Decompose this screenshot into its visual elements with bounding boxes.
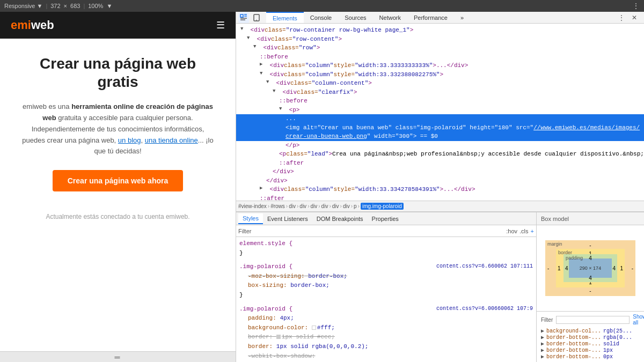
expand-arrow[interactable]: ▼	[253, 43, 260, 51]
html-img-line[interactable]: <img alt="Crear una buena web" class="im…	[236, 123, 644, 141]
style-prop: border: 1px solid rgba(0,0,0,0.2);	[239, 342, 533, 352]
tab-performance[interactable]: Performance	[407, 12, 454, 23]
desc-link1[interactable]: un blog	[118, 136, 141, 144]
site-footer-text: Actualmente estás conectado a tu cuenta …	[21, 213, 214, 220]
breadcrumb-img[interactable]: img.img-polaroid	[361, 203, 404, 210]
breadcrumb-div3[interactable]: div	[310, 203, 317, 209]
filter-label: Filter	[238, 228, 251, 234]
properties-list: ▶ background-col... rgb(25... ▶ border-b…	[541, 328, 640, 360]
prop-expand-icon[interactable]: ▶	[541, 347, 544, 353]
breadcrumb-div6[interactable]: div	[343, 203, 350, 209]
tab-styles[interactable]: Styles	[238, 213, 263, 224]
html-line: ▼ <div class="row">	[236, 43, 644, 53]
expand-arrow[interactable]: ▼	[240, 26, 247, 33]
expand-arrow[interactable]: ▶	[260, 185, 266, 193]
breadcrumb-div5[interactable]: div	[332, 203, 339, 209]
margin-label: margin	[547, 241, 562, 247]
style-source[interactable]: content.css?v=6.00660062 107:9	[436, 305, 533, 313]
inspect-element-icon[interactable]	[238, 12, 249, 23]
breadcrumb-div4[interactable]: div	[321, 203, 328, 209]
tab-elements[interactable]: Elements	[266, 12, 304, 23]
margin-left-val: -	[547, 265, 549, 271]
devtools-panel: Elements Console Sources Network Perform…	[236, 12, 644, 362]
prop-expand-icon[interactable]: ▶	[541, 328, 544, 334]
html-line: </p>	[236, 141, 644, 150]
mobile-icon[interactable]	[251, 12, 262, 23]
prop-expand-icon[interactable]: ▶	[541, 334, 544, 341]
html-line-selected[interactable]: ...	[236, 114, 644, 123]
resize-handle-icon[interactable]: ═	[115, 353, 121, 361]
site-body: Crear una página web gratis emiweb es un…	[0, 39, 236, 351]
cta-button[interactable]: Crear una página web ahora	[53, 170, 184, 191]
tab-properties[interactable]: Properties	[368, 214, 403, 224]
expand-arrow[interactable]: ▼	[273, 88, 279, 95]
prop-expand-icon[interactable]: ▶	[541, 341, 544, 347]
expand-arrow[interactable]: ▼	[260, 70, 266, 78]
separator: |	[46, 3, 47, 9]
top-bar: Responsive ▼ | 372 × 683 | 100% ▼ ⋮	[0, 0, 644, 12]
main-layout: emiweb ☰ Crear una página web gratis emi…	[0, 12, 644, 362]
desc-comma: ,	[141, 136, 145, 144]
desc-before: emiweb es una	[23, 102, 71, 110]
style-prop-strike: border: 1px solid #ccc;	[239, 333, 533, 342]
site-logo: emiweb	[11, 18, 54, 32]
devtools-toggle-icon[interactable]: ⋮	[632, 2, 640, 10]
tab-network[interactable]: Network	[373, 12, 407, 23]
prop-name: background-col...	[546, 328, 601, 334]
filter-hov[interactable]: :hov	[506, 228, 517, 234]
tab-event-listeners[interactable]: Event Listeners	[263, 214, 312, 224]
add-style-rule-button[interactable]: +	[531, 228, 534, 234]
devtools-settings-icon[interactable]: ⋮	[616, 12, 627, 23]
tab-console[interactable]: Console	[304, 12, 338, 23]
breadcrumb-bar: #view-index › #rows › div › div › div › …	[236, 201, 644, 212]
prop-row-5: ▶ border-bottom-... 0px	[541, 353, 640, 360]
filter-row: Filter Show all	[541, 314, 640, 326]
html-line: ▶ <div class="column" style="width:33.33…	[236, 185, 644, 194]
expand-arrow[interactable]: ▼	[266, 79, 273, 86]
site-header: emiweb ☰	[0, 12, 236, 39]
styles-panel: Styles Event Listeners DOM Breakpoints P…	[236, 212, 537, 362]
prop-value: rgb(25...	[603, 328, 632, 334]
border-left-val: 1	[558, 265, 561, 271]
breadcrumb-view-index[interactable]: #view-index	[238, 203, 267, 209]
html-tree-panel[interactable]: ▼ <div class="row-container row-bg-white…	[236, 24, 644, 201]
content-size-value: 290 × 174	[580, 265, 601, 271]
expand-arrow[interactable]: ▼	[247, 35, 253, 42]
expand-arrow[interactable]: ▶	[260, 61, 266, 69]
browser-preview: emiweb ☰ Crear una página web gratis emi…	[0, 12, 236, 362]
width-value: 372	[50, 3, 60, 9]
prop-name: border-bottom-...	[546, 348, 601, 353]
breadcrumb-div1[interactable]: div	[289, 203, 296, 209]
prop-name: border-bottom-...	[546, 335, 601, 341]
styles-filter-input[interactable]	[253, 228, 504, 234]
style-source[interactable]: content.css?v=6.660062 107:111	[436, 262, 533, 271]
breadcrumb-div2[interactable]: div	[299, 203, 306, 209]
responsive-dropdown[interactable]: Responsive ▼	[4, 3, 42, 9]
html-line: ▼ <div class="row-container row-bg-white…	[236, 26, 644, 35]
hamburger-icon[interactable]: ☰	[216, 19, 225, 31]
svg-rect-0	[240, 14, 243, 17]
dropdown-arrow-icon: ▼	[36, 3, 42, 9]
style-selector: .img-polaroid {	[239, 306, 292, 312]
properties-filter-input[interactable]	[556, 316, 630, 324]
padding-left-val: 4	[565, 265, 568, 271]
devtools-close-icon[interactable]: ✕	[629, 12, 640, 23]
show-all-button[interactable]: Show all	[633, 314, 644, 326]
site-description: emiweb es una herramienta online de crea…	[21, 101, 214, 157]
box-model-header: Box model	[537, 212, 644, 225]
expand-arrow[interactable]: ▼	[279, 106, 286, 113]
breadcrumb-rows[interactable]: #rows	[270, 203, 285, 209]
desc-link2[interactable]: una tienda online	[145, 136, 198, 144]
tab-sources[interactable]: Sources	[338, 12, 372, 23]
prop-expand-icon[interactable]: ▶	[541, 353, 544, 360]
properties-section: Filter Show all ▶ background-col... rgb(…	[537, 311, 644, 362]
prop-row-3: ▶ border-bottom-... solid	[541, 341, 640, 347]
tab-more[interactable]: »	[454, 12, 470, 23]
prop-value: solid	[603, 341, 619, 347]
filter-cls[interactable]: .cls	[519, 228, 529, 234]
prop-value: 0px	[603, 354, 613, 360]
tab-dom-breakpoints[interactable]: DOM Breakpoints	[312, 214, 368, 224]
breadcrumb-p[interactable]: p	[354, 203, 357, 209]
styles-filter-bar: Filter :hov .cls +	[236, 225, 536, 237]
styles-content: element.style { } .img-polaroid { conten…	[236, 237, 536, 362]
